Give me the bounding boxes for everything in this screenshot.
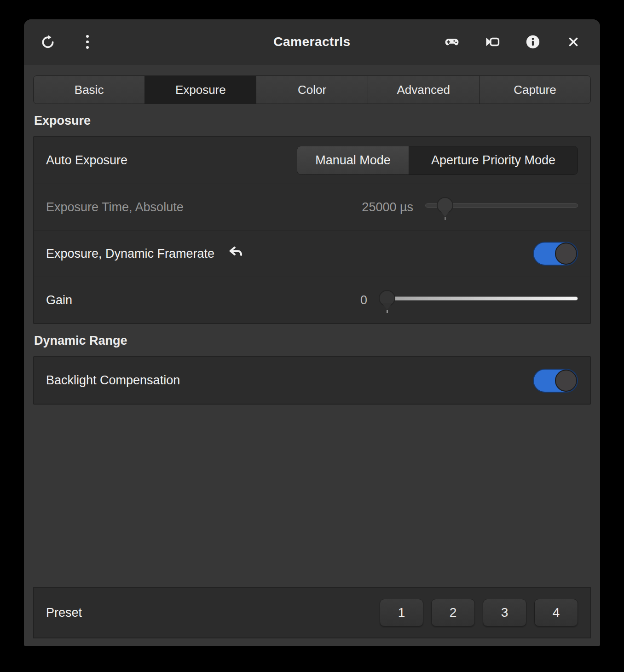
gain-slider-handle[interactable]: [379, 290, 395, 313]
manual-mode-button[interactable]: Manual Mode: [297, 146, 409, 174]
preset-button-2[interactable]: 2: [431, 599, 475, 626]
close-icon: [566, 35, 580, 49]
toggle-knob: [555, 370, 577, 392]
app-window: Cameractrls: [24, 19, 600, 646]
preset-button-3[interactable]: 3: [483, 599, 526, 626]
dynamic-framerate-toggle[interactable]: [533, 242, 578, 266]
tab-capture[interactable]: Capture: [480, 76, 590, 104]
exposure-time-value: 25000 µs: [362, 200, 413, 214]
dynamic-range-card: Backlight Compensation: [33, 356, 591, 405]
preset-label: Preset: [46, 606, 82, 620]
content-area: Basic Exposure Color Advanced Capture Ex…: [24, 65, 600, 646]
dynamic-framerate-row: Exposure, Dynamic Framerate: [34, 230, 590, 277]
gain-slider: [379, 285, 578, 315]
info-button[interactable]: [525, 34, 541, 50]
exposure-time-label: Exposure Time, Absolute: [46, 200, 184, 214]
auto-exposure-segmented: Manual Mode Aperture Priority Mode: [297, 146, 578, 175]
refresh-icon: [40, 34, 56, 50]
gamepad-button[interactable]: [444, 34, 460, 50]
dynamic-framerate-label: Exposure, Dynamic Framerate: [46, 247, 214, 261]
exposure-time-slider-handle[interactable]: [437, 197, 453, 220]
undo-button[interactable]: [227, 244, 244, 263]
backlight-row: Backlight Compensation: [34, 357, 590, 404]
preset-button-1[interactable]: 1: [380, 599, 423, 626]
auto-exposure-label: Auto Exposure: [46, 153, 127, 168]
header-bar: Cameractrls: [24, 19, 600, 64]
video-camera-icon: [484, 34, 501, 50]
gamepad-icon: [444, 34, 460, 50]
info-icon: [525, 34, 541, 50]
dynamic-range-section-heading: Dynamic Range: [33, 334, 591, 348]
tab-bar: Basic Exposure Color Advanced Capture: [33, 75, 591, 104]
slider-track: [379, 296, 578, 301]
tab-exposure[interactable]: Exposure: [145, 76, 256, 104]
kebab-menu-icon: [86, 35, 89, 49]
close-button[interactable]: [565, 34, 582, 50]
toggle-knob: [555, 243, 577, 265]
exposure-time-slider: [425, 192, 578, 222]
preset-card: Preset 1 2 3 4: [33, 587, 591, 638]
backlight-label: Backlight Compensation: [46, 373, 180, 388]
tab-advanced[interactable]: Advanced: [368, 76, 480, 104]
preset-button-4[interactable]: 4: [534, 599, 578, 626]
auto-exposure-row: Auto Exposure Manual Mode Aperture Prior…: [34, 137, 590, 184]
exposure-section-heading: Exposure: [33, 114, 591, 128]
exposure-time-row: Exposure Time, Absolute 25000 µs: [34, 184, 590, 230]
tab-color[interactable]: Color: [256, 76, 368, 104]
camera-button[interactable]: [484, 34, 501, 50]
preset-buttons: 1 2 3 4: [380, 599, 578, 626]
exposure-card: Auto Exposure Manual Mode Aperture Prior…: [33, 136, 591, 324]
empty-space: [33, 405, 591, 587]
refresh-button[interactable]: [40, 34, 56, 50]
gain-row: Gain 0: [34, 277, 590, 323]
gain-value: 0: [360, 293, 367, 307]
aperture-priority-mode-button[interactable]: Aperture Priority Mode: [409, 146, 578, 174]
tab-basic[interactable]: Basic: [34, 76, 145, 104]
gain-label: Gain: [46, 293, 72, 307]
menu-button[interactable]: [79, 34, 96, 50]
undo-arrow-icon: [227, 244, 244, 263]
backlight-toggle[interactable]: [533, 369, 578, 393]
